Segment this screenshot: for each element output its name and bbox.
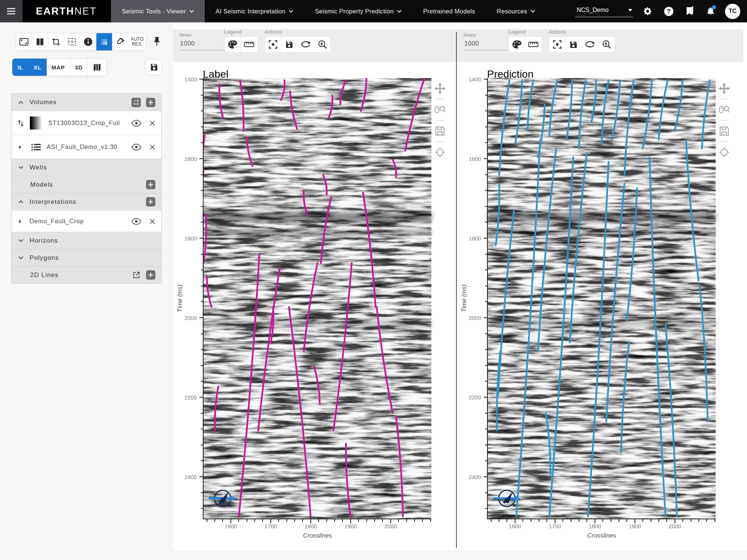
x-minor-tick bbox=[499, 519, 499, 522]
ilines-input[interactable] bbox=[179, 38, 229, 50]
zoom-settings-button[interactable] bbox=[314, 37, 331, 52]
add-model-button[interactable] bbox=[146, 180, 155, 189]
section-label: 2D Lines bbox=[30, 271, 59, 279]
reset-view-button[interactable] bbox=[582, 37, 598, 52]
target-locate-button[interactable] bbox=[719, 146, 730, 159]
snap-grid-button[interactable] bbox=[64, 33, 80, 50]
volume-math-button[interactable] bbox=[131, 98, 141, 107]
menu-ai-seismic-interpretation[interactable]: AI Seismic Interpretation bbox=[205, 0, 304, 22]
zoom-mouse-button[interactable] bbox=[719, 103, 730, 116]
zoom-settings-button[interactable] bbox=[598, 37, 615, 52]
section-volumes[interactable]: Volumes bbox=[12, 94, 161, 111]
visibility-eye-icon[interactable] bbox=[131, 218, 141, 225]
section-polygons[interactable]: Polygons bbox=[12, 249, 161, 266]
menu-seismic-property-prediction[interactable]: Seismic Property Prediction bbox=[304, 0, 412, 22]
bookmarks-button[interactable] bbox=[683, 5, 696, 18]
split-view-button[interactable] bbox=[32, 33, 48, 50]
seismic-section-plot[interactable]: Time (ms) Crosslines N 14001600180020002… bbox=[487, 78, 716, 519]
interpretation-item-demo-fault-crop[interactable]: Demo_Fault_Crop bbox=[12, 210, 161, 232]
earthnet-viewer: EARTHNET Seismic Tools - Viewer AI Seism… bbox=[0, 0, 747, 560]
pan-tool-button[interactable] bbox=[434, 82, 446, 95]
basemap-button[interactable] bbox=[88, 59, 106, 76]
auto-resolution-button[interactable]: AUTO RES. bbox=[128, 33, 146, 50]
volume-item-st13003d13[interactable]: ST13003D13_Crop_Full bbox=[12, 111, 161, 135]
legend-colormap-button[interactable] bbox=[224, 37, 241, 52]
mode-xl-button[interactable]: XL bbox=[29, 59, 47, 76]
x-minor-tick bbox=[366, 519, 367, 522]
y-minor-tick bbox=[201, 301, 204, 302]
x-minor-tick bbox=[398, 519, 399, 522]
section-label: Models bbox=[30, 181, 53, 189]
snapshot-save-button[interactable] bbox=[719, 125, 730, 137]
snapshot-save-button[interactable] bbox=[434, 125, 446, 137]
x-tick-label: 1800 bbox=[304, 523, 317, 529]
zoom-mouse-icon bbox=[434, 105, 446, 115]
menu-pretrained-models[interactable]: Pretrained Models bbox=[412, 0, 486, 22]
menu-resources[interactable]: Resources bbox=[486, 0, 546, 22]
y-minor-tick bbox=[485, 142, 488, 143]
x-minor-tick bbox=[706, 519, 707, 522]
pin-toolbar-button[interactable] bbox=[151, 36, 162, 47]
mode-il-button[interactable]: IL bbox=[12, 59, 29, 76]
legend-colormap-button[interactable] bbox=[509, 37, 525, 52]
menu-label: AI Seismic Interpretation bbox=[216, 8, 285, 15]
crop-button[interactable] bbox=[48, 33, 64, 50]
save-view-button[interactable] bbox=[565, 37, 582, 52]
reset-view-button[interactable] bbox=[298, 37, 314, 52]
y-minor-tick bbox=[485, 270, 488, 270]
remove-icon[interactable] bbox=[149, 120, 155, 126]
section-horizons[interactable]: Horizons bbox=[12, 232, 161, 249]
save-layout-button[interactable] bbox=[146, 59, 162, 75]
mode-map-button[interactable]: MAP bbox=[47, 59, 70, 76]
expand-caret-icon[interactable] bbox=[19, 145, 22, 149]
target-locate-button[interactable] bbox=[434, 146, 446, 159]
add-2d-line-button[interactable] bbox=[146, 270, 155, 280]
user-avatar[interactable]: TC bbox=[725, 4, 740, 19]
section-interpretations[interactable]: Interpretations bbox=[12, 193, 161, 210]
save-view-button[interactable] bbox=[281, 37, 298, 52]
x-minor-tick bbox=[262, 519, 263, 522]
legend-group: Legend bbox=[508, 29, 542, 53]
legend-scale-button[interactable] bbox=[241, 37, 257, 52]
x-minor-tick bbox=[619, 519, 619, 522]
menu-seismic-tools-viewer[interactable]: Seismic Tools - Viewer bbox=[111, 0, 205, 22]
seismic-section-plot[interactable]: Time (ms) Crosslines N 14001600180020002… bbox=[203, 78, 431, 519]
visibility-eye-icon[interactable] bbox=[131, 144, 141, 150]
settings-button[interactable] bbox=[641, 5, 654, 18]
resolution-dots-button[interactable] bbox=[96, 33, 112, 50]
y-tick-label: 1400 bbox=[469, 76, 481, 83]
hamburger-menu-button[interactable] bbox=[0, 0, 22, 22]
x-minor-tick bbox=[318, 519, 319, 522]
color-picker-button[interactable] bbox=[112, 33, 128, 50]
info-button[interactable] bbox=[80, 33, 96, 50]
add-volume-button[interactable] bbox=[146, 98, 155, 107]
notifications-button[interactable] bbox=[704, 5, 717, 18]
colormap-swatch[interactable] bbox=[30, 116, 43, 130]
workspace-select[interactable]: NCS_Demo bbox=[575, 5, 633, 17]
ilines-input[interactable] bbox=[464, 38, 513, 50]
x-minor-tick bbox=[254, 519, 255, 522]
mode-3d-button[interactable]: 3D bbox=[70, 59, 88, 76]
legend-scale-button[interactable] bbox=[525, 37, 542, 52]
open-2d-lines-button[interactable] bbox=[131, 270, 141, 280]
expand-caret-icon[interactable] bbox=[19, 219, 22, 224]
topbar-right-cluster: NCS_Demo ? TC bbox=[575, 0, 747, 22]
remove-icon[interactable] bbox=[149, 218, 155, 224]
section-2d-lines[interactable]: 2D Lines bbox=[12, 266, 161, 283]
add-interpretation-button[interactable] bbox=[146, 197, 155, 206]
visibility-eye-icon[interactable] bbox=[131, 120, 141, 127]
center-view-button[interactable] bbox=[549, 37, 565, 52]
top-navigation-bar: EARTHNET Seismic Tools - Viewer AI Seism… bbox=[0, 0, 747, 22]
x-minor-tick bbox=[222, 519, 223, 522]
help-button[interactable]: ? bbox=[662, 5, 675, 18]
zoom-mouse-button[interactable] bbox=[434, 103, 446, 116]
section-wells[interactable]: Wells bbox=[12, 159, 161, 176]
section-models[interactable]: Models bbox=[12, 176, 161, 193]
fit-to-view-button[interactable] bbox=[16, 33, 32, 50]
volume-item-asi-fault-demo[interactable]: ASI_Fault_Demo_v1:30 bbox=[12, 135, 161, 159]
center-view-button[interactable] bbox=[265, 37, 281, 52]
panel-divider[interactable] bbox=[456, 32, 457, 548]
remove-icon[interactable] bbox=[149, 144, 155, 150]
pan-tool-button[interactable] bbox=[719, 82, 730, 95]
earthnet-logo[interactable]: EARTHNET bbox=[22, 0, 111, 22]
